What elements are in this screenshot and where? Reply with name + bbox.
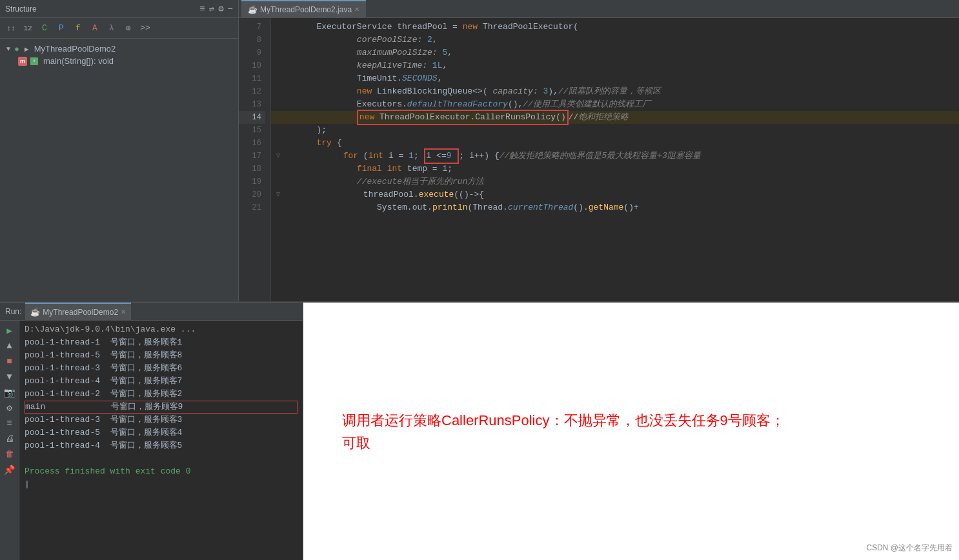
run-pin-btn[interactable]: 📌 [3, 463, 17, 477]
line-num-10: 10 [239, 59, 265, 72]
code-line-11: TimeUnit.SECONDS, [271, 72, 959, 85]
run-side-toolbar: ▶ ▲ ■ ▼ 📷 ⚙ ≡ 🖨 🗑 📌 [0, 321, 19, 560]
output-line-main: main 号窗口，服务顾客9 [25, 401, 298, 414]
output-line-2: pool-1-thread-5 号窗口，服务顾客8 [25, 349, 298, 362]
output-line-7: pool-1-thread-5 号窗口，服务顾客4 [25, 426, 298, 439]
line-num-19: 19 [239, 175, 265, 188]
code-line-9: maximumPoolSize: 5, [271, 46, 959, 59]
annotation-area: 调用者运行策略CallerRunsPolicy：不抛异常，也没丢失任务9号顾客；… [303, 303, 959, 560]
expand-btn[interactable]: ⊕ [121, 21, 136, 35]
run-sort-btn[interactable]: ≡ [3, 416, 17, 430]
structure-panel: Structure ≡ ⇌ ⚙ − ↕↕ 12 C P f A λ ⊕ >> [0, 0, 239, 301]
tab-label: MyThreadPoolDemo2.java [260, 5, 352, 14]
line-num-21: 21 [239, 201, 265, 214]
code-line-8: corePoolSize: 2, [271, 34, 959, 46]
line-num-9: 9 [239, 46, 265, 59]
tree-root-item[interactable]: ▼ ● ► MyThreadPoolDemo2 [3, 43, 236, 55]
code-line-7: ExecutorService threadPool = new ThreadP… [271, 21, 959, 34]
method-icon: m [18, 57, 27, 66]
run-up-btn[interactable]: ▲ [3, 339, 17, 353]
output-line-4: pool-1-thread-4 号窗口，服务顾客7 [25, 375, 298, 388]
bottom-panel: Run: ☕ MyThreadPoolDemo2 ✕ ▶ ▲ ■ ▼ 📷 ⚙ ≡ [0, 302, 959, 560]
output-line-5: pool-1-thread-2 号窗口，服务顾客2 [25, 388, 298, 401]
run-settings-btn[interactable]: ⚙ [3, 401, 17, 415]
run-play-btn[interactable]: ▶ [3, 323, 17, 337]
code-line-12: new LinkedBlockingQueue<>( capacity: 3),… [271, 85, 959, 98]
line-num-14: 14 [239, 111, 265, 124]
editor-tab-main[interactable]: ☕ MyThreadPoolDemo2.java ✕ [241, 0, 366, 18]
line-num-7: 7 [239, 21, 265, 34]
run-tab-icon: ☕ [30, 308, 40, 317]
settings-icon[interactable]: ⚙ [218, 3, 223, 14]
run-down-btn[interactable]: ▼ [3, 370, 17, 384]
more-btn[interactable]: >> [138, 21, 152, 35]
line-num-18: 18 [239, 163, 265, 175]
run-tab-main[interactable]: ☕ MyThreadPoolDemo2 ✕ [25, 303, 131, 321]
code-line-13: Executors.defaultThreadFactory(),//使用工具类… [271, 98, 959, 111]
tab-close-icon[interactable]: ✕ [354, 6, 359, 13]
public-icon: + [30, 57, 38, 65]
code-editor[interactable]: 7 8 9 10 11 12 13 14 15 16 17 18 19 20 2… [239, 18, 959, 301]
run-header: Run: ☕ MyThreadPoolDemo2 ✕ [0, 303, 303, 321]
code-line-20: ▽ threadPool.execute(()->{ [271, 188, 959, 201]
line-num-16: 16 [239, 137, 265, 150]
run-output-console: D:\Java\jdk-9.0.4\bin\java.exe ... pool-… [19, 321, 303, 560]
inherit-btn[interactable]: A [88, 21, 102, 35]
line-num-13: 13 [239, 98, 265, 111]
csdn-watermark: CSDN @这个名字先用着 [866, 543, 953, 554]
annotation-line2: 可取 [342, 432, 920, 454]
tree-expand-arrow: ▼ [5, 45, 12, 52]
line-numbers-gutter: 7 8 9 10 11 12 13 14 15 16 17 18 19 20 2… [239, 18, 271, 301]
output-line-6: pool-1-thread-3 号窗口，服务顾客3 [25, 414, 298, 426]
class-indicator: ● [14, 44, 19, 54]
run-print-btn[interactable]: 🖨 [3, 432, 17, 446]
tree-method-label: main(String[]): void [43, 56, 114, 66]
line-num-11: 11 [239, 72, 265, 85]
line-num-20: 20 [239, 188, 265, 201]
code-line-21: System.out.println(Thread.currentThread(… [271, 201, 959, 214]
run-stop-btn[interactable]: ■ [3, 354, 17, 368]
editor-tabs-bar: ☕ MyThreadPoolDemo2.java ✕ [239, 0, 959, 18]
code-line-15: ); [271, 124, 959, 137]
structure-toolbar: ↕↕ 12 C P f A λ ⊕ >> [0, 18, 238, 39]
field-btn[interactable]: f [71, 21, 85, 35]
run-tab-label: MyThreadPoolDemo2 [43, 308, 118, 317]
structure-tree: ▼ ● ► MyThreadPoolDemo2 m + main(String[… [0, 39, 238, 71]
sort-icon[interactable]: ≡ [199, 4, 205, 14]
sort-num-btn[interactable]: 12 [21, 21, 35, 35]
output-line-8: pool-1-thread-4 号窗口，服务顾客5 [25, 439, 298, 452]
structure-panel-title: Structure [5, 5, 37, 14]
code-content: ExecutorService threadPool = new ThreadP… [271, 18, 959, 301]
output-cursor-line: | [25, 478, 298, 491]
output-line-process: Process finished with exit code 0 [25, 465, 298, 478]
output-line-3: pool-1-thread-3 号窗口，服务顾客6 [25, 362, 298, 375]
sort-alpha-btn[interactable]: ↕↕ [4, 21, 18, 35]
line-num-17: 17 [239, 150, 265, 163]
run-delete-btn[interactable]: 🗑 [3, 447, 17, 461]
minimize-icon[interactable]: − [228, 4, 233, 14]
code-line-10: keepAliveTime: 1L, [271, 59, 959, 72]
code-line-14: new ThreadPoolExecutor.CallerRunsPolicy(… [271, 111, 959, 124]
code-line-16: try { [271, 137, 959, 150]
class-btn[interactable]: C [37, 21, 52, 35]
code-line-18: final int temp = i; [271, 163, 959, 175]
line-num-8: 8 [239, 34, 265, 46]
align-icon[interactable]: ⇌ [209, 3, 214, 14]
code-line-17: ▽ for (int i = 1; i <=9 ; i++) {//触发拒绝策略… [271, 150, 959, 163]
run-label: Run: [5, 307, 21, 316]
output-line-java-cmd: D:\Java\jdk-9.0.4\bin\java.exe ... [25, 323, 298, 336]
output-line-1: pool-1-thread-1 号窗口，服务顾客1 [25, 336, 298, 349]
structure-panel-header: Structure ≡ ⇌ ⚙ − [0, 0, 238, 18]
run-panel: Run: ☕ MyThreadPoolDemo2 ✕ ▶ ▲ ■ ▼ 📷 ⚙ ≡ [0, 303, 303, 560]
java-file-icon: ☕ [248, 5, 257, 14]
file-indicator: ► [23, 45, 30, 53]
run-content-area: ▶ ▲ ■ ▼ 📷 ⚙ ≡ 🖨 🗑 📌 D:\Java\jdk-9.0.4\bi… [0, 321, 303, 560]
annotation-text: 调用者运行策略CallerRunsPolicy：不抛异常，也没丢失任务9号顾客；… [342, 409, 920, 454]
editor-area: ☕ MyThreadPoolDemo2.java ✕ 7 8 9 10 11 1… [239, 0, 959, 301]
property-btn[interactable]: P [54, 21, 68, 35]
run-tab-close-icon[interactable]: ✕ [121, 308, 126, 315]
run-camera-btn[interactable]: 📷 [3, 385, 17, 399]
lambda-btn[interactable]: λ [105, 21, 119, 35]
output-line-empty [25, 452, 298, 465]
tree-method-item[interactable]: m + main(String[]): void [3, 55, 236, 67]
